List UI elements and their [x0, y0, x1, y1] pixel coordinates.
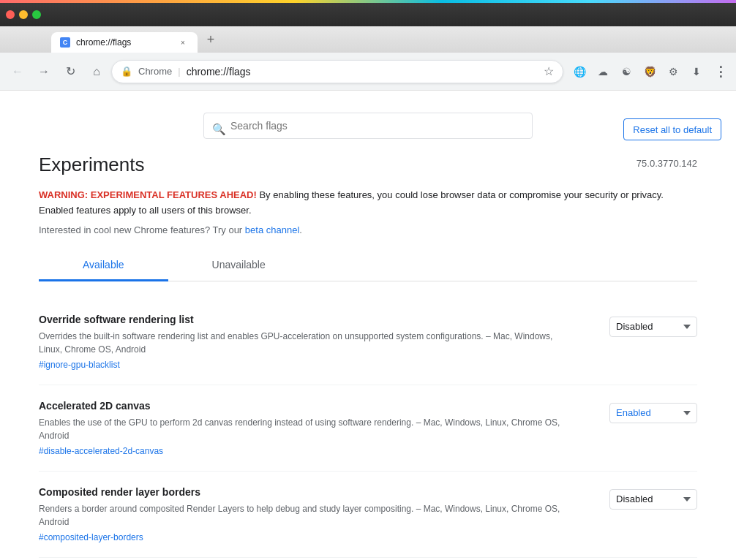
- flag-anchor-link[interactable]: #disable-accelerated-2d-canvas: [39, 446, 163, 456]
- flag-name: Composited render layer borders: [39, 486, 566, 498]
- address-security-icon: 🔒: [121, 66, 132, 77]
- warning-paragraph: WARNING: EXPERIMENTAL FEATURES AHEAD! By…: [39, 188, 697, 219]
- tab-available[interactable]: Available: [39, 250, 168, 281]
- active-tab[interactable]: C chrome://flags ×: [51, 32, 198, 53]
- page-content: 🔍 Reset all to default Experiments 75.0.…: [0, 91, 736, 560]
- search-bar-container: 🔍 Reset all to default: [0, 105, 736, 154]
- maximize-window-button[interactable]: [32, 10, 41, 19]
- ext-globe-icon[interactable]: 🌐: [569, 61, 590, 82]
- page-title: Experiments: [39, 154, 145, 176]
- bookmark-star-icon[interactable]: ☆: [544, 64, 554, 78]
- reset-all-button[interactable]: Reset all to default: [623, 118, 721, 140]
- flag-control: Default Enabled Disabled: [609, 489, 697, 510]
- experiments-container: Experiments 75.0.3770.142 WARNING: EXPER…: [17, 154, 719, 560]
- flag-name: Override software rendering list: [39, 314, 566, 325]
- flag-info: Override software rendering list Overrid…: [39, 314, 566, 370]
- address-input[interactable]: [187, 66, 538, 77]
- address-bar[interactable]: 🔒 Chrome | ☆: [111, 60, 563, 83]
- address-separator: |: [178, 66, 180, 77]
- experiments-header: Experiments 75.0.3770.142: [39, 154, 697, 176]
- flag-description: Overrides the built-in software renderin…: [39, 330, 566, 356]
- search-flags-input[interactable]: [203, 113, 533, 139]
- flag-select[interactable]: Default Enabled Disabled: [609, 403, 697, 423]
- navigation-bar: ← → ↻ ⌂ 🔒 Chrome | ☆ 🌐 ☁ ☯ 🦁 ⚙ ⬇ ⋮: [0, 53, 736, 91]
- traffic-lights: [6, 10, 41, 19]
- flag-item: Select HW overlay strategies Select stra…: [39, 558, 697, 560]
- extensions-bar: 🌐 ☁ ☯ 🦁 ⚙ ⬇ ⋮: [569, 61, 730, 82]
- flag-info: Accelerated 2D canvas Enables the use of…: [39, 400, 566, 456]
- tab-unavailable[interactable]: Unavailable: [168, 250, 309, 281]
- flag-item: Override software rendering list Overrid…: [39, 299, 697, 385]
- new-tab-button[interactable]: +: [200, 29, 221, 50]
- forward-button[interactable]: →: [32, 60, 56, 83]
- beta-link-paragraph: Interested in cool new Chrome features? …: [39, 224, 697, 235]
- browser-frame: C chrome://flags × + ← → ↻ ⌂ 🔒 Chrome | …: [0, 0, 736, 560]
- tab-title: chrome://flags: [76, 37, 171, 48]
- ext-brave-icon[interactable]: 🦁: [639, 61, 660, 82]
- flag-control: Default Enabled Disabled: [609, 403, 697, 423]
- tab-favicon: C: [60, 37, 70, 48]
- ext-yin-yang-icon[interactable]: ☯: [616, 61, 637, 82]
- address-site-label: Chrome: [138, 66, 172, 77]
- flag-anchor-link[interactable]: #composited-layer-borders: [39, 532, 143, 542]
- version-text: 75.0.3770.142: [637, 158, 697, 169]
- reload-button[interactable]: ↻: [59, 60, 82, 83]
- flag-name: Accelerated 2D canvas: [39, 400, 566, 412]
- flags-list: Override software rendering list Overrid…: [39, 299, 697, 560]
- title-bar: [0, 3, 736, 26]
- tab-close-button[interactable]: ×: [177, 37, 189, 48]
- flag-description: Enables the use of the GPU to perform 2d…: [39, 416, 566, 442]
- flag-description: Renders a border around composited Rende…: [39, 502, 566, 529]
- close-window-button[interactable]: [6, 10, 15, 19]
- warning-bold-text: WARNING: EXPERIMENTAL FEATURES AHEAD!: [39, 189, 257, 200]
- beta-channel-link[interactable]: beta channel: [245, 224, 299, 235]
- ext-download-icon[interactable]: ⬇: [686, 61, 707, 82]
- ext-settings-icon[interactable]: ⚙: [663, 61, 683, 82]
- flag-tabs-nav: Available Unavailable: [39, 250, 697, 281]
- flag-select[interactable]: Default Enabled Disabled: [609, 489, 697, 510]
- flag-item: Composited render layer borders Renders …: [39, 472, 697, 558]
- ext-cloud-icon[interactable]: ☁: [593, 61, 613, 82]
- flag-info: Composited render layer borders Renders …: [39, 486, 566, 542]
- beta-suffix-text: .: [299, 224, 302, 235]
- minimize-window-button[interactable]: [19, 10, 28, 19]
- flag-select[interactable]: Default Enabled Disabled: [609, 317, 697, 337]
- tabs-bar: C chrome://flags × +: [0, 26, 736, 53]
- flag-item: Accelerated 2D canvas Enables the use of…: [39, 385, 697, 472]
- flag-anchor-link[interactable]: #ignore-gpu-blacklist: [39, 360, 120, 370]
- ext-menu-icon[interactable]: ⋮: [710, 61, 730, 82]
- beta-prefix-text: Interested in cool new Chrome features? …: [39, 224, 245, 235]
- back-button[interactable]: ←: [6, 60, 29, 83]
- flag-control: Default Enabled Disabled: [609, 317, 697, 337]
- home-button[interactable]: ⌂: [85, 60, 108, 83]
